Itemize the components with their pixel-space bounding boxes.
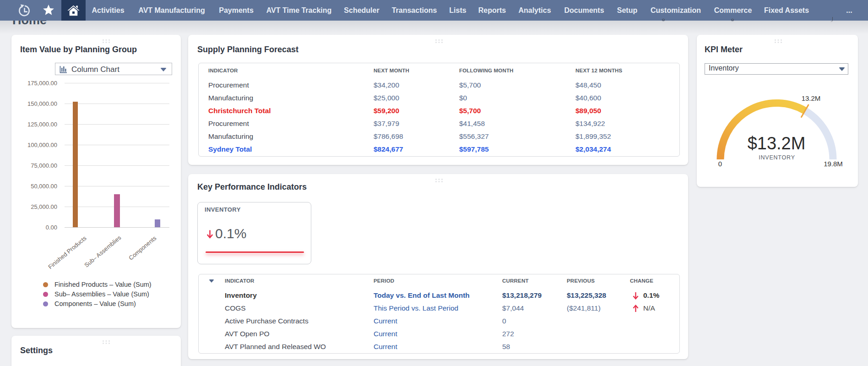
svg-text:0: 0: [718, 160, 722, 168]
svg-text:19.8M: 19.8M: [824, 160, 843, 168]
svg-text:$13.2M: $13.2M: [748, 134, 806, 153]
svg-text:13.2M: 13.2M: [802, 94, 821, 102]
svg-text:INVENTORY: INVENTORY: [759, 154, 795, 161]
